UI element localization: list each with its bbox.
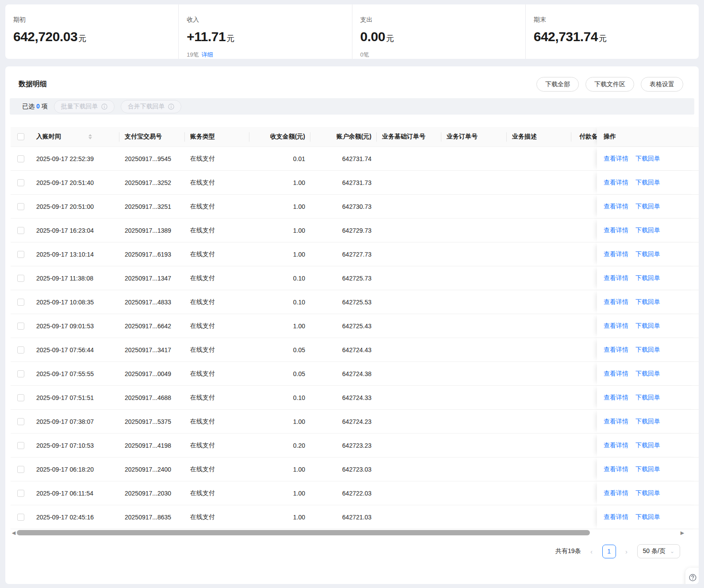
cell-order bbox=[441, 434, 507, 457]
view-detail-link[interactable]: 查看详情 bbox=[604, 346, 628, 354]
view-detail-link[interactable]: 查看详情 bbox=[604, 489, 628, 497]
download-receipt-link[interactable]: 下载回单 bbox=[635, 346, 660, 354]
row-checkbox[interactable] bbox=[17, 514, 24, 521]
merge-download-receipts-button[interactable]: 合并下载回单 bbox=[121, 100, 181, 113]
cell-amount: 1.00 bbox=[249, 457, 310, 481]
cell-account-type: 在线支付 bbox=[185, 386, 249, 409]
cell-description bbox=[507, 410, 571, 433]
download-receipt-link[interactable]: 下载回单 bbox=[635, 418, 660, 426]
view-detail-link[interactable]: 查看详情 bbox=[604, 298, 628, 306]
view-detail-link[interactable]: 查看详情 bbox=[604, 418, 628, 426]
download-receipt-link[interactable]: 下载回单 bbox=[635, 489, 660, 497]
view-detail-link[interactable]: 查看详情 bbox=[604, 250, 628, 258]
row-checkbox[interactable] bbox=[17, 490, 24, 497]
cell-amount: 0.20 bbox=[249, 434, 310, 457]
view-detail-link[interactable]: 查看详情 bbox=[604, 394, 628, 402]
row-checkbox[interactable] bbox=[17, 251, 24, 258]
view-detail-link[interactable]: 查看详情 bbox=[604, 322, 628, 330]
row-checkbox[interactable] bbox=[17, 418, 24, 425]
row-checkbox[interactable] bbox=[17, 394, 24, 401]
page-size-select[interactable]: 50 条/页 ⌄ bbox=[637, 544, 680, 558]
cell-base-order bbox=[377, 290, 441, 314]
download-all-button[interactable]: 下载全部 bbox=[536, 77, 579, 92]
download-receipt-link[interactable]: 下载回单 bbox=[635, 203, 660, 211]
download-receipt-link[interactable]: 下载回单 bbox=[635, 513, 660, 521]
cell-entry-time: 2025-09-17 07:51:51 bbox=[31, 386, 119, 409]
download-receipt-link[interactable]: 下载回单 bbox=[635, 394, 660, 402]
download-file-area-button[interactable]: 下载文件区 bbox=[585, 77, 634, 92]
cell-actions: 查看详情 下载回单 bbox=[597, 410, 699, 433]
cell-order bbox=[441, 219, 507, 242]
download-receipt-link[interactable]: 下载回单 bbox=[635, 370, 660, 378]
sort-icon[interactable] bbox=[88, 134, 92, 139]
page-number-button[interactable]: 1 bbox=[602, 545, 616, 558]
table-row: 2025-09-17 06:18:20 20250917...2400 在线支付… bbox=[11, 457, 699, 481]
scroll-right-arrow-icon[interactable]: ▶ bbox=[679, 529, 685, 536]
download-receipt-link[interactable]: 下载回单 bbox=[635, 298, 660, 306]
view-detail-link[interactable]: 查看详情 bbox=[604, 442, 628, 450]
currency-unit: 元 bbox=[78, 34, 86, 43]
row-checkbox[interactable] bbox=[17, 155, 24, 162]
question-circle-icon[interactable] bbox=[689, 574, 696, 581]
download-receipt-link[interactable]: 下载回单 bbox=[635, 465, 660, 473]
row-checkbox[interactable] bbox=[17, 299, 24, 306]
scroll-left-arrow-icon[interactable]: ◀ bbox=[11, 529, 17, 536]
row-checkbox[interactable] bbox=[17, 179, 24, 186]
cell-transaction-id: 20250917...1347 bbox=[119, 266, 185, 290]
row-checkbox[interactable] bbox=[17, 346, 24, 354]
cell-account-type: 在线支付 bbox=[185, 314, 249, 338]
download-receipt-link[interactable]: 下载回单 bbox=[635, 442, 660, 450]
scrollbar-track[interactable] bbox=[17, 530, 679, 536]
cell-amount: 0.10 bbox=[249, 266, 310, 290]
cell-order bbox=[441, 147, 507, 170]
view-detail-link[interactable]: 查看详情 bbox=[604, 513, 628, 521]
download-receipt-link[interactable]: 下载回单 bbox=[635, 250, 660, 258]
view-detail-link[interactable]: 查看详情 bbox=[604, 179, 628, 187]
select-all-checkbox[interactable] bbox=[17, 133, 24, 140]
income-detail-link[interactable]: 详细 bbox=[202, 51, 213, 58]
selection-count-text: 已选0项 bbox=[22, 103, 48, 111]
view-detail-link[interactable]: 查看详情 bbox=[604, 465, 628, 473]
row-checkbox-cell bbox=[11, 505, 31, 529]
download-receipt-link[interactable]: 下载回单 bbox=[635, 322, 660, 330]
cell-transaction-id: 20250917...4198 bbox=[119, 434, 185, 457]
cell-description bbox=[507, 219, 571, 242]
summary-label: 支出 bbox=[360, 16, 525, 24]
row-checkbox[interactable] bbox=[17, 323, 24, 330]
cell-entry-time: 2025-09-17 06:18:20 bbox=[31, 457, 119, 481]
row-checkbox-cell bbox=[11, 314, 31, 338]
view-detail-link[interactable]: 查看详情 bbox=[604, 203, 628, 211]
horizontal-scrollbar[interactable]: ◀ ▶ bbox=[11, 529, 685, 536]
cell-order bbox=[441, 242, 507, 266]
row-checkbox[interactable] bbox=[17, 275, 24, 282]
view-detail-link[interactable]: 查看详情 bbox=[604, 227, 628, 234]
cell-entry-time: 2025-09-17 11:38:08 bbox=[31, 266, 119, 290]
cell-actions: 查看详情 下载回单 bbox=[597, 195, 699, 218]
header-checkbox-cell bbox=[11, 127, 31, 146]
prev-page-icon[interactable]: ‹ bbox=[588, 548, 596, 555]
scrollbar-thumb[interactable] bbox=[17, 530, 590, 535]
row-checkbox[interactable] bbox=[17, 227, 24, 234]
row-checkbox[interactable] bbox=[17, 466, 24, 473]
download-receipt-link[interactable]: 下载回单 bbox=[635, 179, 660, 187]
row-checkbox[interactable] bbox=[17, 370, 24, 377]
next-page-icon[interactable]: › bbox=[623, 548, 631, 555]
table-settings-button[interactable]: 表格设置 bbox=[641, 77, 683, 92]
download-receipt-link[interactable]: 下载回单 bbox=[635, 227, 660, 234]
row-checkbox[interactable] bbox=[17, 203, 24, 210]
cell-description bbox=[507, 386, 571, 409]
view-detail-link[interactable]: 查看详情 bbox=[604, 370, 628, 378]
row-checkbox-cell bbox=[11, 219, 31, 242]
row-checkbox[interactable] bbox=[17, 442, 24, 449]
column-header-time[interactable]: 入账时间 bbox=[31, 127, 119, 146]
cell-transaction-id: 20250917...8635 bbox=[119, 505, 185, 529]
summary-value: 0.00 bbox=[360, 29, 385, 44]
cell-balance: 642729.73 bbox=[310, 219, 377, 242]
view-detail-link[interactable]: 查看详情 bbox=[604, 155, 628, 163]
cell-base-order bbox=[377, 242, 441, 266]
batch-download-receipts-button[interactable]: 批量下载回单 bbox=[54, 100, 115, 113]
download-receipt-link[interactable]: 下载回单 bbox=[635, 274, 660, 282]
cell-base-order bbox=[377, 481, 441, 505]
download-receipt-link[interactable]: 下载回单 bbox=[635, 155, 660, 163]
view-detail-link[interactable]: 查看详情 bbox=[604, 274, 628, 282]
